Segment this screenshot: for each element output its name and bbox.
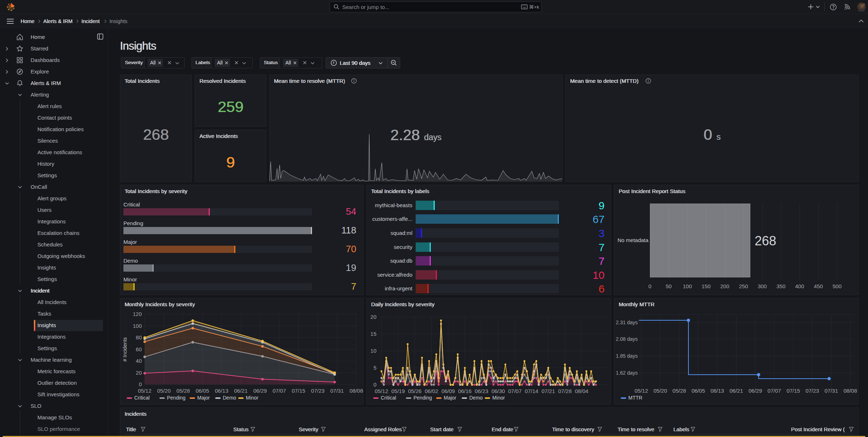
svg-text:2.08 days: 2.08 days [616, 336, 638, 342]
svg-text:06/05: 06/05 [692, 388, 705, 394]
svg-text:05/20: 05/20 [654, 388, 667, 394]
svg-text:05/28: 05/28 [673, 388, 686, 394]
svg-text:08/08: 08/08 [844, 388, 857, 394]
svg-text:1.62 days: 1.62 days [616, 370, 638, 376]
svg-text:05/12: 05/12 [634, 388, 648, 394]
svg-text:2.31 days: 2.31 days [616, 320, 638, 325]
svg-text:06/13: 06/13 [710, 388, 724, 394]
svg-text:07/07: 07/07 [768, 388, 781, 394]
svg-text:07/31: 07/31 [824, 388, 838, 394]
svg-text:06/29: 06/29 [749, 388, 762, 394]
svg-text:07/23: 07/23 [805, 388, 819, 394]
svg-text:1.85 days: 1.85 days [616, 353, 638, 359]
svg-text:06/21: 06/21 [729, 388, 743, 394]
svg-text:07/15: 07/15 [787, 388, 800, 394]
